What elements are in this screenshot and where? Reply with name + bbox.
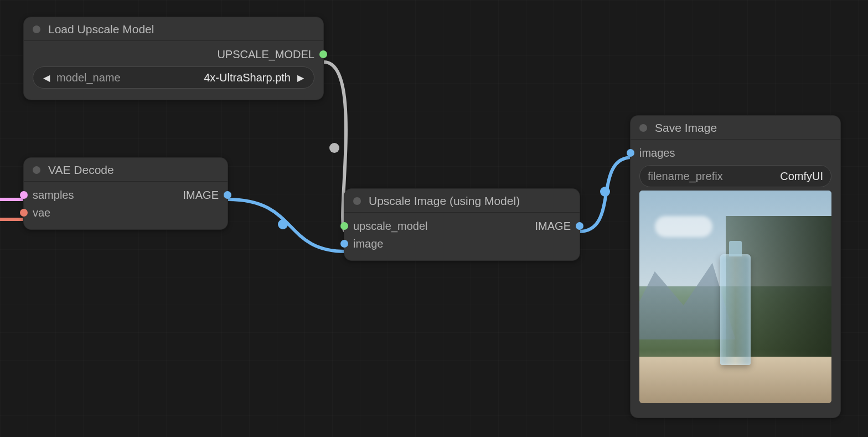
output-port-image[interactable]: [224, 191, 231, 199]
node-graph-canvas[interactable]: Load Upscale Model UPSCALE_MODEL ◀ model…: [0, 0, 868, 437]
svg-point-0: [329, 143, 339, 153]
input-vae-label: vae: [33, 207, 50, 219]
input-port-images[interactable]: [627, 149, 634, 157]
svg-point-1: [278, 219, 288, 229]
input-port-samples[interactable]: [20, 191, 28, 199]
node-title: Upscale Image (using Model): [369, 194, 520, 208]
svg-point-2: [600, 187, 610, 197]
collapse-icon[interactable]: [639, 124, 647, 132]
node-header[interactable]: VAE Decode: [24, 158, 228, 182]
output-image-label: IMAGE: [183, 189, 219, 202]
widget-filename-prefix[interactable]: filename_prefix ComfyUI: [639, 165, 831, 187]
chevron-left-icon[interactable]: ◀: [41, 73, 52, 83]
output-image-preview[interactable]: [639, 191, 831, 403]
widget-value: 4x-UltraSharp.pth: [204, 71, 291, 84]
input-upscale-model-label: upscale_model: [353, 220, 428, 233]
widget-label: filename_prefix: [648, 170, 723, 183]
input-port-image[interactable]: [340, 240, 348, 248]
collapse-icon[interactable]: [353, 197, 361, 205]
node-title: VAE Decode: [48, 163, 114, 177]
input-port-vae[interactable]: [20, 209, 28, 217]
node-title: Save Image: [655, 121, 717, 135]
widget-model-name[interactable]: ◀ model_name 4x-UltraSharp.pth ▶: [33, 66, 314, 89]
input-port-upscale-model[interactable]: [340, 222, 348, 230]
output-image-label: IMAGE: [535, 220, 571, 233]
input-samples-label: samples: [33, 189, 74, 202]
node-header[interactable]: Save Image: [631, 116, 840, 140]
input-image-label: image: [353, 238, 383, 250]
node-upscale-image[interactable]: Upscale Image (using Model) upscale_mode…: [344, 188, 580, 261]
node-header[interactable]: Upscale Image (using Model): [344, 189, 580, 213]
node-save-image[interactable]: Save Image images filename_prefix ComfyU…: [630, 115, 841, 418]
widget-label: model_name: [56, 71, 121, 84]
output-upscale-model-label: UPSCALE_MODEL: [217, 48, 314, 61]
chevron-right-icon[interactable]: ▶: [295, 73, 306, 83]
node-vae-decode[interactable]: VAE Decode samples IMAGE vae: [23, 157, 228, 230]
widget-value: ComfyUI: [780, 170, 823, 183]
output-port-image[interactable]: [576, 222, 583, 230]
output-port-upscale-model[interactable]: [319, 50, 327, 58]
node-title: Load Upscale Model: [48, 23, 154, 36]
collapse-icon[interactable]: [33, 166, 40, 174]
collapse-icon[interactable]: [33, 25, 40, 33]
node-load-upscale-model[interactable]: Load Upscale Model UPSCALE_MODEL ◀ model…: [23, 17, 324, 100]
input-images-label: images: [639, 147, 675, 160]
node-header[interactable]: Load Upscale Model: [24, 17, 323, 41]
